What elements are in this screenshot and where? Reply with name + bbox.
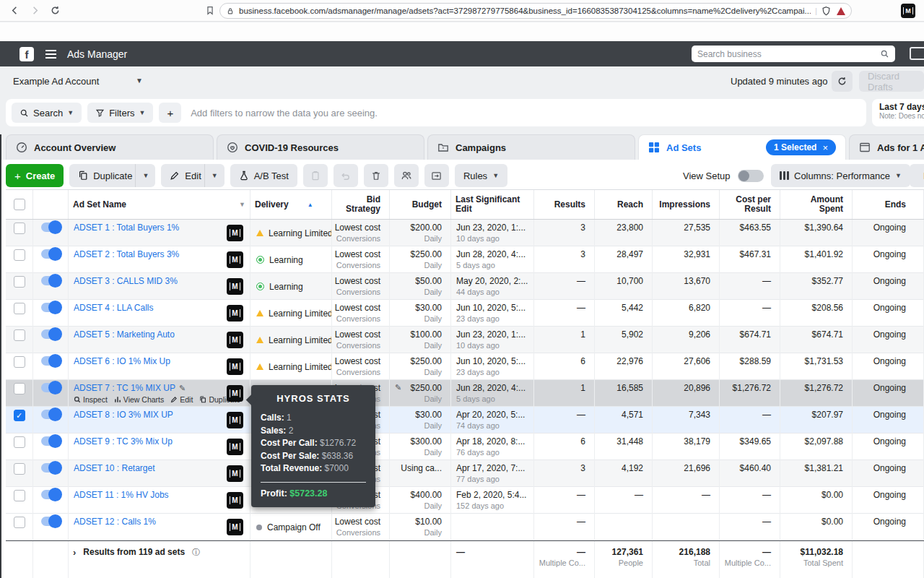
row-toggle[interactable] — [33, 273, 69, 300]
row-toggle[interactable] — [33, 487, 69, 514]
duplicate-caret[interactable]: ▼ — [135, 164, 155, 187]
edit-button[interactable]: Edit — [161, 164, 209, 187]
discard-drafts-button[interactable]: Discard Drafts — [859, 71, 924, 92]
brave-shield-icon[interactable] — [821, 6, 831, 16]
header-cost-per-result[interactable]: Cost per Result — [720, 190, 780, 219]
ad-set-name-link[interactable]: ADSET 5 : Marketing Auto — [74, 329, 175, 340]
table-row[interactable]: ADSET 7 : TC 1% MIX UP✎ InspectView Char… — [6, 380, 924, 407]
tab-ad-sets[interactable]: Ad Sets 1 Selected× — [638, 134, 846, 160]
hyros-icon[interactable]: M — [227, 278, 243, 295]
table-row[interactable]: ADSET 5 : Marketing Auto M Learning Limi… — [6, 327, 924, 353]
header-cut-icon[interactable] — [910, 47, 924, 60]
ad-set-name-link[interactable]: ADSET 2 : Total Buyers 3% — [74, 249, 179, 259]
hyros-icon[interactable]: M — [227, 519, 243, 535]
row-toggle[interactable] — [33, 514, 69, 540]
row-action-view-charts[interactable]: View Charts — [114, 395, 164, 404]
table-row[interactable]: ADSET 1 : Total Buyers 1% M Learning Lim… — [6, 220, 924, 246]
row-checkbox[interactable] — [6, 460, 33, 487]
table-row[interactable]: ADSET 4 : LLA Calls M Learning Limited L… — [6, 300, 924, 327]
hyros-icon[interactable]: M — [227, 385, 243, 402]
hyros-icon[interactable]: M — [227, 412, 243, 428]
ad-set-name-link[interactable]: ADSET 3 : CALLS MID 3% — [74, 276, 178, 286]
delete-button[interactable] — [364, 164, 388, 187]
row-checkbox[interactable] — [6, 380, 33, 407]
filters-button[interactable]: Filters▼ — [87, 103, 153, 123]
table-row[interactable]: ADSET 11 : 1% HV Jobs M Lowest costConve… — [6, 487, 924, 514]
row-toggle[interactable] — [33, 220, 69, 246]
search-business-input[interactable] — [697, 49, 880, 59]
audience-button[interactable] — [394, 164, 419, 187]
tab-account-overview[interactable]: Account Overview — [6, 134, 214, 160]
header-reach[interactable]: Reach — [595, 190, 653, 219]
search-filter-button[interactable]: Search▼ — [12, 103, 82, 123]
row-checkbox[interactable] — [6, 514, 33, 540]
row-toggle[interactable] — [33, 246, 69, 273]
menu-icon[interactable] — [45, 50, 56, 59]
header-amount-spent[interactable]: Amount Spent — [780, 190, 853, 219]
row-checkbox[interactable] — [6, 327, 33, 353]
row-toggle[interactable] — [33, 300, 69, 327]
ad-set-name-link[interactable]: ADSET 9 : TC 3% Mix Up — [74, 436, 173, 447]
row-checkbox[interactable] — [6, 273, 33, 300]
ad-set-name-link[interactable]: ADSET 1 : Total Buyers 1% — [74, 223, 179, 233]
row-checkbox[interactable] — [6, 434, 33, 460]
date-range-selector[interactable]: Last 7 days: Note: Does no — [872, 99, 924, 126]
table-row[interactable]: ADSET 10 : Retarget M Lowest costConvers… — [6, 460, 924, 487]
selected-count-badge[interactable]: 1 Selected× — [766, 139, 836, 155]
tab-campaigns[interactable]: Campaigns — [427, 134, 635, 160]
hyros-icon[interactable]: M — [227, 225, 243, 241]
header-ad-set-name[interactable]: Ad Set Name▼ — [69, 190, 250, 219]
row-action-edit[interactable]: Edit — [170, 395, 193, 404]
tab-covid-resources[interactable]: COVID-19 Resources — [217, 134, 424, 160]
row-toggle[interactable] — [33, 460, 69, 487]
ad-account-selector[interactable]: Example Ad Account — [13, 76, 99, 87]
expand-icon[interactable]: › — [73, 547, 76, 558]
close-icon[interactable]: × — [822, 142, 828, 153]
facebook-logo[interactable]: f — [19, 47, 34, 61]
row-toggle[interactable] — [33, 380, 69, 407]
row-toggle[interactable] — [33, 353, 69, 380]
ab-test-button[interactable]: A/B Test — [230, 164, 297, 187]
ad-set-name-link[interactable]: ADSET 8 : IO 3% MIX UP — [74, 410, 173, 420]
table-row[interactable]: ADSET 3 : CALLS MID 3% M Learning Lowest… — [6, 273, 924, 300]
header-delivery[interactable]: Delivery▲ — [250, 190, 332, 219]
select-all-checkbox[interactable] — [6, 190, 33, 219]
hyros-icon[interactable]: M — [227, 439, 243, 455]
hyros-icon[interactable]: M — [227, 251, 243, 268]
row-checkbox[interactable] — [6, 353, 33, 380]
edit-caret[interactable]: ▼ — [204, 164, 225, 187]
row-checkbox[interactable] — [6, 300, 33, 327]
address-bar[interactable]: business.facebook.com/adsmanager/manage/… — [219, 3, 852, 19]
business-search[interactable] — [692, 46, 895, 62]
tab-ads[interactable]: Ads for 1 Ad S — [849, 134, 924, 160]
table-row[interactable]: ADSET 2 : Total Buyers 3% M Learning Low… — [6, 246, 924, 273]
header-results[interactable]: Results — [534, 190, 595, 219]
rules-button[interactable]: Rules▼ — [455, 164, 507, 187]
reload-icon[interactable] — [50, 5, 61, 16]
ad-set-name-link[interactable]: ADSET 10 : Retarget — [74, 463, 155, 473]
back-icon[interactable] — [9, 5, 20, 16]
ad-set-name-link[interactable]: ADSET 11 : 1% HV Jobs — [74, 490, 169, 500]
bookmark-icon[interactable] — [205, 5, 215, 16]
table-row[interactable]: ADSET 6 : IO 1% Mix Up M Learning Limite… — [6, 353, 924, 380]
ad-set-name-link[interactable]: ADSET 12 : Calls 1% — [74, 517, 156, 527]
hyros-icon[interactable]: M — [227, 332, 243, 348]
extension-triangle-icon[interactable] — [837, 7, 845, 15]
export-button[interactable] — [424, 164, 449, 187]
header-impressions[interactable]: Impressions — [653, 190, 720, 219]
table-row[interactable]: ADSET 12 : Calls 1% M Campaign Off Lowes… — [6, 514, 924, 540]
header-last-significant-edit[interactable]: Last Significant Edit — [451, 190, 534, 219]
ad-set-name-link[interactable]: ADSET 6 : IO 1% Mix Up — [74, 356, 170, 366]
hyros-icon[interactable]: M — [227, 465, 243, 482]
columns-button[interactable]: Columns: Performance▼ — [771, 164, 910, 187]
refresh-button[interactable] — [832, 71, 853, 92]
row-toggle[interactable] — [33, 434, 69, 460]
hyros-icon[interactable]: M — [227, 492, 243, 509]
hyros-icon[interactable]: M — [227, 305, 243, 322]
ad-set-name-link[interactable]: ADSET 4 : LLA Calls — [74, 303, 154, 313]
hyros-icon[interactable]: M — [227, 358, 243, 375]
view-setup-toggle[interactable] — [738, 170, 764, 182]
duplicate-button[interactable]: Duplicate — [69, 164, 141, 187]
header-bid-strategy[interactable]: Bid Strategy — [332, 190, 390, 219]
row-toggle[interactable] — [33, 327, 69, 353]
